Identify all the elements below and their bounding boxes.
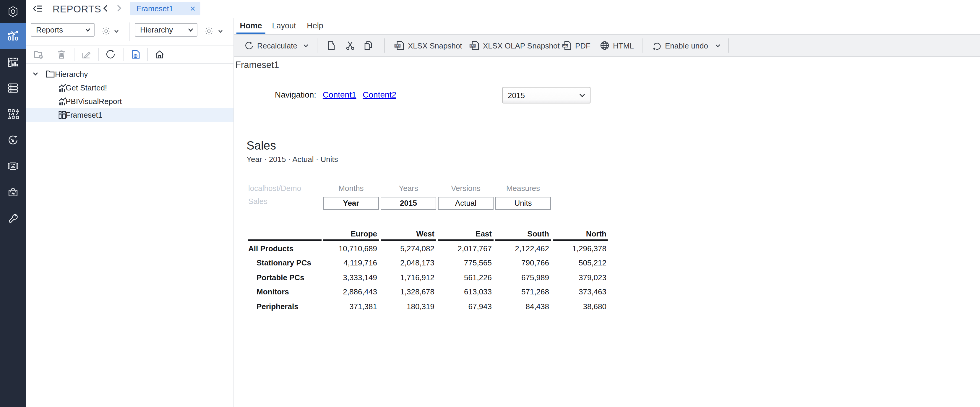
- close-icon[interactable]: ✕: [190, 5, 200, 12]
- pov-cube: Sales: [248, 197, 321, 213]
- history-forward-icon[interactable]: [116, 4, 124, 14]
- sidebar-item-settings[interactable]: [0, 205, 26, 231]
- tree-item-label: Frameset1: [65, 111, 102, 119]
- tree-item-get-started[interactable]: Get Started!: [26, 81, 234, 95]
- enable-undo-label: Enable undo: [665, 41, 708, 50]
- table-row: Monitors 2,886,443 1,328,678 613,033 571…: [248, 285, 608, 299]
- panel-toolbar: [26, 46, 234, 64]
- tab-layout[interactable]: Layout: [268, 21, 300, 32]
- view-settings-gear-icon[interactable]: [102, 27, 111, 35]
- mode-select[interactable]: Hierarchy: [135, 23, 197, 37]
- sidebar-item-scheduler[interactable]: [0, 127, 26, 153]
- tree-item-label: PBIVisualReport: [65, 97, 122, 106]
- trash-icon[interactable]: [56, 49, 67, 60]
- navigation-row: Navigation: Content1 Content2: [275, 90, 396, 99]
- view-select[interactable]: Reports: [31, 23, 95, 37]
- folder-icon: [46, 70, 55, 78]
- content1-link[interactable]: Content1: [323, 90, 356, 99]
- home-icon[interactable]: [154, 49, 165, 60]
- tab-home[interactable]: Home: [236, 21, 266, 32]
- refresh-icon[interactable]: [105, 49, 116, 60]
- ribbon-separator: [728, 38, 729, 52]
- column-header: Europe: [323, 225, 379, 241]
- main-area: Home Layout Help Recalculate: [234, 18, 980, 407]
- reports-left-panel: Reports Hierarchy: [26, 18, 234, 407]
- html-button[interactable]: HTML: [600, 35, 634, 56]
- html-label: HTML: [613, 41, 634, 50]
- app-sidebar: [0, 0, 26, 407]
- cell-value: 373,463: [553, 285, 608, 299]
- history-back-icon[interactable]: [103, 4, 110, 14]
- wrench-icon: [6, 211, 19, 225]
- enable-undo-button[interactable]: Enable undo: [652, 35, 721, 56]
- cell-value: 5,274,082: [381, 241, 436, 256]
- open-document-tab[interactable]: Frameset1 ✕: [130, 2, 200, 15]
- collapse-menu-icon[interactable]: [33, 5, 43, 13]
- view-settings-chevron-icon[interactable]: [114, 30, 119, 33]
- xlsx-olap-snapshot-button[interactable]: XLS XLSX OLAP Snapshot: [469, 35, 560, 56]
- pdf-file-icon: PDF: [562, 41, 571, 50]
- xlsx-snapshot-label: XLSX Snapshot: [408, 41, 462, 50]
- new-folder-icon[interactable]: [33, 49, 44, 60]
- app-logo: [0, 0, 26, 23]
- row-label: Stationary PCs: [248, 256, 321, 270]
- cell-value: 67,943: [438, 299, 493, 313]
- year-select-wrap: 2015: [503, 87, 590, 103]
- sidebar-item-marketplace[interactable]: [0, 179, 26, 205]
- pov-select-versions[interactable]: Actual: [438, 197, 493, 210]
- xlsx-snapshot-button[interactable]: XLS XLSX Snapshot: [394, 35, 462, 56]
- ribbon-separator: [317, 38, 317, 52]
- cut-button[interactable]: [346, 35, 355, 56]
- chevron-down-icon: [303, 43, 309, 48]
- recalculate-icon: [245, 41, 254, 50]
- document-title: Frameset1: [235, 60, 279, 70]
- preview-icon[interactable]: [130, 49, 141, 60]
- recalculate-button[interactable]: Recalculate: [245, 35, 309, 56]
- toolbar-separator: [98, 48, 99, 61]
- sidebar-item-reports[interactable]: [0, 23, 26, 49]
- cut-icon: [346, 41, 355, 50]
- xls-file-icon: XLS: [469, 41, 479, 50]
- pov-dimension: Versions: [438, 170, 493, 197]
- table-row: All Products 10,710,689 5,274,082 2,017,…: [248, 241, 608, 256]
- pov-select-years[interactable]: 2015: [381, 197, 436, 210]
- sidebar-item-modeler[interactable]: [0, 49, 26, 75]
- sidebar-item-database[interactable]: [0, 75, 26, 101]
- chevron-down-icon[interactable]: [32, 72, 38, 76]
- cell-value: 571,268: [495, 285, 551, 299]
- mode-settings-gear-icon[interactable]: [205, 27, 213, 35]
- column-header: East: [438, 225, 493, 241]
- content2-link[interactable]: Content2: [363, 90, 396, 99]
- cell-value: 775,565: [438, 256, 493, 270]
- pdf-button[interactable]: PDF PDF: [562, 35, 590, 56]
- globe-icon: [600, 41, 609, 50]
- tree-root-hierarchy[interactable]: Hierarchy: [26, 67, 234, 81]
- year-select[interactable]: 2015: [503, 87, 590, 103]
- report-tree: Hierarchy Get Started!: [26, 64, 234, 122]
- pov-select-measures[interactable]: Units: [495, 197, 551, 210]
- database-icon: [6, 81, 19, 95]
- sidebar-item-integrator[interactable]: [0, 101, 26, 127]
- selector-divider: [129, 22, 130, 41]
- sidebar-item-console[interactable]: [0, 153, 26, 179]
- copy-button[interactable]: [364, 35, 372, 56]
- mode-select-wrap: Hierarchy: [135, 23, 197, 37]
- tree-item-pbivisualreport[interactable]: PBIVisualReport: [26, 95, 234, 108]
- chevron-down-icon: [715, 43, 721, 48]
- cell-value: 379,023: [553, 270, 608, 285]
- mode-settings-chevron-icon[interactable]: [218, 30, 223, 33]
- edit-icon[interactable]: [81, 49, 92, 60]
- tab-help[interactable]: Help: [302, 21, 328, 32]
- paste-button[interactable]: [328, 35, 335, 56]
- pov-select-months[interactable]: Year: [323, 197, 379, 210]
- column-header: West: [381, 225, 436, 241]
- tree-item-frameset1[interactable]: Frameset1: [26, 108, 234, 122]
- app-window: REPORTS Frameset1 ✕ Reports: [0, 0, 980, 407]
- pov-dimension: Years: [381, 170, 436, 197]
- document-title-band: Frameset1: [234, 57, 980, 73]
- cell-value: 371,381: [323, 299, 379, 313]
- sales-table: localhost/Demo Months Years Versions Mea…: [247, 170, 610, 313]
- column-header: North: [553, 225, 608, 241]
- paste-icon: [328, 41, 335, 50]
- xlsx-olap-snapshot-label: XLSX OLAP Snapshot: [483, 41, 560, 50]
